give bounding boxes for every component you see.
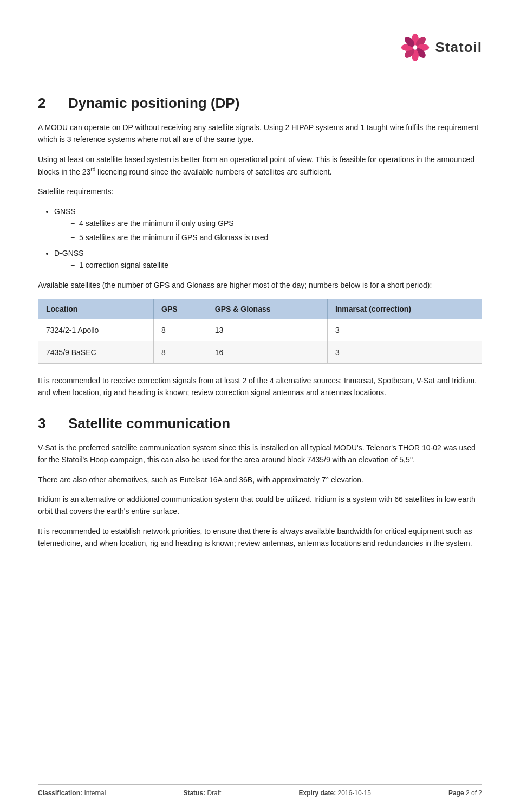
section2-para1: A MODU can operate on DP without receivi… [38,121,482,146]
footer-page-value: 2 of 2 [466,789,482,797]
section2-number: 2 [38,95,55,112]
sat-req-label: Satellite requirements: [38,185,482,197]
table-cell-apollo-inmarsat: 3 [327,319,482,341]
footer-page: Page 2 of 2 [448,789,482,797]
section3-para1: V-Sat is the preferred satellite communi… [38,442,482,466]
table-cell-apollo-gps: 8 [154,319,207,341]
section2-para2-cont: licencing round since the available numb… [95,167,332,176]
section2-heading: 2 Dynamic positioning (DP) [38,95,482,112]
dgnss-sub-list: 1 correction signal satellite [70,259,482,271]
footer-classification: Classification: Internal [38,789,106,797]
footer-status-label: Status: [183,789,205,797]
section3-number: 3 [38,415,55,432]
table-header-gps: GPS [154,299,207,319]
footer-status-value: Draft [207,789,221,797]
satellite-requirements-list: GNSS 4 satellites are the minimum if onl… [54,205,482,272]
table-row-apollo: 7324/2-1 Apollo 8 13 3 [38,319,482,341]
section3-para4: It is recommended to establish network p… [38,525,482,550]
footer-classification-label: Classification: [38,789,82,797]
section2-para2: Using at least on satellite based system… [38,153,482,178]
bullet-gnss: GNSS 4 satellites are the minimum if onl… [54,205,482,244]
bullet-dgnss: D-GNSS 1 correction signal satellite [54,247,482,272]
statoil-logo-icon [400,33,430,62]
logo-area: Statoil [400,33,482,62]
table-header-inmarsat: Inmarsat (correction) [327,299,482,319]
table-cell-basec-inmarsat: 3 [327,341,482,363]
dgnss-sub-item-1: 1 correction signal satellite [70,259,482,271]
gnss-sub-item-1: 4 satellites are the minimum if only usi… [70,217,482,229]
table-cell-apollo-location: 7324/2-1 Apollo [38,319,154,341]
section3-para2: There are also other alternatives, such … [38,474,482,486]
table-header-row: Location GPS GPS & Glonass Inmarsat (cor… [38,299,482,319]
satellite-table: Location GPS GPS & Glonass Inmarsat (cor… [38,299,482,364]
section2-title: Dynamic positioning (DP) [68,95,239,112]
table-cell-basec-gps: 8 [154,341,207,363]
header: Statoil [38,33,482,62]
available-para: Available satellites (the number of GPS … [38,279,482,291]
footer-status: Status: Draft [183,789,221,797]
section3-heading: 3 Satellite communication [38,415,482,432]
logo-text: Statoil [435,39,482,56]
section2-para2-sup: rd [90,166,95,172]
table-header-gps-glonass: GPS & Glonass [207,299,327,319]
section3-para3: Iridium is an alternative or additional … [38,493,482,518]
gnss-sub-list: 4 satellites are the minimum if only usi… [70,217,482,244]
table-header-location: Location [38,299,154,319]
gnss-sub-item-2: 5 satellites are the minimum if GPS and … [70,231,482,243]
footer-page-label: Page [448,789,464,797]
table-row-basec: 7435/9 BaSEC 8 16 3 [38,341,482,363]
table-cell-basec-gps-glonass: 16 [207,341,327,363]
page: Statoil 2 Dynamic positioning (DP) A MOD… [0,0,520,812]
footer: Classification: Internal Status: Draft E… [38,784,482,797]
correction-para: It is recommended to receive correction … [38,375,482,399]
table-cell-basec-location: 7435/9 BaSEC [38,341,154,363]
footer-expiry-label: Expiry date: [298,789,336,797]
footer-expiry: Expiry date: 2016-10-15 [298,789,370,797]
footer-classification-value: Internal [84,789,106,797]
footer-expiry-value: 2016-10-15 [338,789,371,797]
section3-title: Satellite communication [68,415,230,432]
table-cell-apollo-gps-glonass: 13 [207,319,327,341]
